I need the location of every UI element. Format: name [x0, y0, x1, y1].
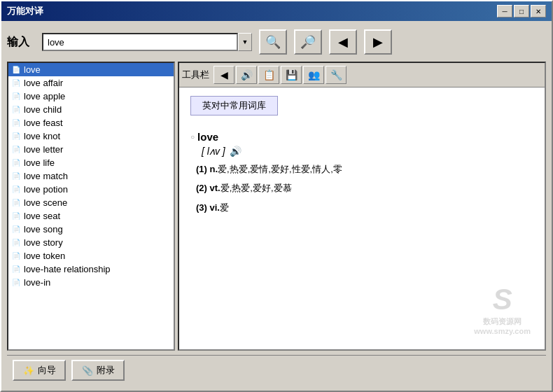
dropdown-arrow[interactable]: ▼ [238, 33, 252, 51]
list-item-icon: 📄 [11, 145, 21, 155]
content-area: 英对中常用词库 ○ love [ lʌv ] 🔊 (1) [179, 88, 545, 349]
definition-line: (1) n.爱,热爱,爱情,爱好,性爱,情人,零 [196, 161, 533, 177]
list-item-icon: 📄 [11, 265, 21, 274]
input-label: 输入 [7, 35, 35, 50]
main-window: 万能对译 ─ □ ✕ 输入 ▼ 🔍 🔎 ◀ ▶ 📄lov [0, 0, 553, 392]
list-item-label: love life [24, 158, 55, 168]
definition-line: (3) vi.爱 [196, 200, 533, 216]
window-title: 万能对译 [7, 5, 43, 18]
window-body: 输入 ▼ 🔍 🔎 ◀ ▶ 📄love📄love affair📄love appl… [1, 21, 552, 391]
list-item-label: love story [24, 237, 63, 248]
appendix-button[interactable]: 📎 附录 [71, 360, 125, 381]
list-item[interactable]: 📄love token [8, 249, 174, 262]
watermark-symbol: S [474, 283, 531, 316]
input-field-container: ▼ [42, 33, 252, 51]
list-item[interactable]: 📄love-in [8, 276, 174, 289]
list-item[interactable]: 📄love-hate relationship [8, 262, 174, 276]
list-item-label: love child [24, 104, 62, 115]
list-item[interactable]: 📄love match [8, 169, 174, 183]
tools-copy-btn[interactable]: 📋 [258, 66, 279, 84]
search-input[interactable] [42, 33, 238, 51]
definition-line: (2) vt.爱,热爱,爱好,爱慕 [196, 180, 533, 196]
list-item[interactable]: 📄love life [8, 156, 174, 169]
list-item-icon: 📄 [11, 158, 21, 168]
definitions: (1) n.爱,热爱,爱情,爱好,性爱,情人,零(2) vt.爱,热爱,爱好,爱… [190, 161, 533, 216]
list-item[interactable]: 📄love feast [8, 116, 174, 130]
tools-label: 工具栏 [182, 69, 209, 81]
word-title: love [197, 131, 218, 143]
tools-settings-btn[interactable]: 🔧 [326, 66, 346, 84]
list-item-icon: 📄 [11, 185, 21, 195]
phonetic-text: [ lʌv ] [202, 146, 225, 157]
list-item[interactable]: 📄love knot [8, 130, 174, 143]
dict-header: 英对中常用词库 [190, 96, 278, 115]
watermark: S 数码资源网 www.smzy.com [474, 283, 531, 335]
appendix-icon: 📎 [81, 364, 94, 377]
list-item-icon: 📄 [11, 225, 21, 234]
guide-button[interactable]: ✨ 向导 [13, 360, 66, 381]
guide-icon: ✨ [22, 364, 35, 377]
list-item-label: love match [24, 171, 68, 181]
word-list-panel: 📄love📄love affair📄love apple📄love child📄… [7, 62, 175, 351]
main-area: 📄love📄love affair📄love apple📄love child📄… [7, 62, 546, 351]
list-item-icon: 📄 [11, 251, 21, 261]
tools-back-btn[interactable]: ◀ [214, 66, 234, 84]
list-item[interactable]: 📄love affair [8, 76, 174, 90]
list-item[interactable]: 📄love scene [8, 196, 174, 209]
watermark-line1: 数码资源网 [474, 316, 531, 327]
watermark-line2: www.smzy.com [474, 327, 531, 335]
list-item-icon: 📄 [11, 65, 21, 75]
list-item-icon: 📄 [11, 118, 21, 128]
list-item[interactable]: 📄love story [8, 236, 174, 249]
maximize-button[interactable]: □ [514, 5, 529, 18]
list-item[interactable]: 📄love [8, 63, 174, 76]
forward-button[interactable]: ▶ [364, 29, 392, 55]
tools-save-btn[interactable]: 💾 [281, 66, 302, 84]
tools-sound-btn[interactable]: 🔊 [236, 66, 257, 84]
list-item-label: love scene [24, 197, 67, 208]
tools-users-btn[interactable]: 👥 [303, 66, 324, 84]
minimize-button[interactable]: ─ [497, 5, 512, 18]
list-item-icon: 📄 [11, 198, 21, 208]
guide-label: 向导 [38, 364, 56, 377]
list-item-icon: 📄 [11, 238, 21, 248]
phonetic-line: [ lʌv ] 🔊 [190, 146, 533, 157]
search-button[interactable]: 🔍 [259, 29, 287, 55]
list-item[interactable]: 📄love song [8, 223, 174, 236]
appendix-label: 附录 [97, 364, 115, 377]
list-item-label: love apple [24, 91, 65, 102]
list-item-icon: 📄 [11, 78, 21, 88]
list-item[interactable]: 📄love potion [8, 183, 174, 196]
back-button[interactable]: ◀ [329, 29, 357, 55]
list-item-icon: 📄 [11, 105, 21, 115]
dict-header-container: 英对中常用词库 [190, 96, 533, 124]
list-item[interactable]: 📄love seat [8, 209, 174, 223]
list-item-label: love-in [24, 277, 50, 288]
list-item-icon: 📄 [11, 278, 21, 288]
list-item-label: love seat [24, 211, 60, 221]
list-item-icon: 📄 [11, 132, 21, 141]
list-item-label: love potion [24, 184, 68, 195]
list-item-label: love knot [24, 131, 60, 141]
list-item-label: love song [24, 224, 63, 234]
search-plus-button[interactable]: 🔎 [294, 29, 322, 55]
list-item-label: love [24, 64, 41, 75]
list-item[interactable]: 📄love apple [8, 90, 174, 103]
close-button[interactable]: ✕ [531, 5, 546, 18]
word-main: ○ love [190, 131, 533, 143]
sound-icon[interactable]: 🔊 [230, 146, 241, 157]
list-item-label: love feast [24, 118, 63, 128]
list-item[interactable]: 📄love child [8, 103, 174, 116]
dictionary-panel: 工具栏 ◀ 🔊 📋 💾 👥 🔧 英对中常用词库 ○ [178, 62, 546, 351]
list-item-icon: 📄 [11, 172, 21, 181]
list-item-icon: 📄 [11, 211, 21, 221]
list-item-icon: 📄 [11, 92, 21, 102]
list-item[interactable]: 📄love letter [8, 143, 174, 156]
word-list[interactable]: 📄love📄love affair📄love apple📄love child📄… [8, 63, 174, 349]
bullet-icon: ○ [190, 133, 195, 141]
word-entry: ○ love [ lʌv ] 🔊 (1) n.爱,热爱,爱情,爱好,性爱,情人,… [190, 131, 533, 216]
bottom-bar: ✨ 向导 📎 附录 [7, 355, 546, 385]
title-bar: 万能对译 ─ □ ✕ [1, 1, 552, 21]
list-item-label: love affair [24, 78, 63, 88]
list-item-label: love token [24, 251, 65, 261]
